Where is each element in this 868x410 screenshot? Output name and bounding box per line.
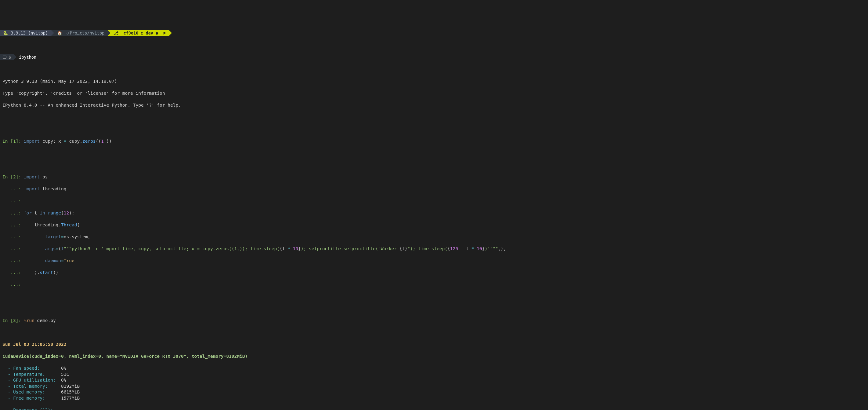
brace: { — [400, 246, 402, 251]
attr-key: Free memory: — [13, 396, 61, 401]
brace: { — [447, 246, 450, 251]
cont-prompt: ...: — [2, 258, 24, 263]
op-eq: = — [64, 139, 66, 144]
processes-label: Processes (13): — [13, 408, 53, 410]
python-env-text: 3.9.13 (nvitop) — [11, 31, 48, 35]
op-dot: . — [58, 223, 61, 227]
kw-target: target — [45, 234, 61, 239]
device-attr-row: - Total memory: 8192MiB — [2, 383, 866, 389]
code-text: threading — [40, 186, 66, 191]
cont-prompt: ...: — [2, 270, 24, 275]
fstring-prefix: f — [61, 246, 64, 251]
cont-prompt: ...: — [2, 223, 24, 227]
code-text: t — [466, 246, 471, 251]
git-branch-icon: ⎇ — [114, 31, 118, 35]
terminal-output[interactable]: Python 3.9.13 (main, May 17 2022, 14:19:… — [0, 72, 868, 410]
device-attr-row: - Free memory: 1577MiB — [2, 396, 866, 402]
status-bar: 🐍 3.9.13 (nvitop) 🏠 ~/Pro…cts/nvitop ⎇ c… — [0, 30, 868, 36]
attr-val: 0% — [61, 378, 66, 382]
in-prompt: In [3]: — [2, 318, 24, 323]
banner-line: Type 'copyright', 'credits' or 'license'… — [2, 90, 866, 96]
cwd-segment: 🏠 ~/Pro…cts/nvitop — [54, 30, 107, 36]
cont-prompt: ...: — [2, 282, 24, 287]
kw-in: in — [40, 210, 45, 215]
attr-key: Temperature: — [13, 372, 61, 377]
git-merge-icon: ⎌ — [141, 31, 143, 35]
shell-command[interactable]: ipython — [17, 54, 39, 60]
git-stash-icon: ⚑ — [163, 31, 166, 35]
ipython-cont-line: ...: for t in range(12): — [2, 210, 866, 216]
op-dot: . — [69, 234, 72, 239]
banner-line: IPython 8.4.0 -- An enhanced Interactive… — [2, 102, 866, 109]
attr-val: 8192MiB — [61, 384, 80, 389]
op-dot: . — [37, 270, 40, 275]
powerline-arrow-icon — [51, 30, 54, 36]
banner-line: Python 3.9.13 (main, May 17 2022, 14:19:… — [2, 79, 866, 85]
attr-val: 6615MiB — [61, 389, 80, 394]
powerline-arrow-icon — [13, 54, 17, 60]
op-star: * — [287, 246, 293, 251]
kw-import: import — [24, 174, 40, 179]
op-eq: = — [61, 258, 64, 263]
kw-args: args — [45, 246, 56, 251]
code-text: os — [40, 174, 48, 179]
shell-command-text: ipython — [19, 55, 36, 60]
ipython-cont-line: ...: — [2, 198, 866, 204]
code-text: threading — [24, 223, 59, 227]
num: 120 — [450, 246, 461, 251]
op-eq: = — [61, 234, 64, 239]
brace: } — [482, 246, 485, 251]
ipython-cell-2: In [2]: import os — [2, 174, 866, 180]
string: )'""" — [485, 246, 498, 251]
kw-import: import — [24, 139, 40, 144]
code-text: demo.py — [34, 318, 56, 323]
terminal-icon: 🖵 — [2, 54, 7, 60]
ipython-cont-line: ...: target=os.system, — [2, 234, 866, 240]
kw-daemon: daemon — [45, 258, 61, 263]
device-attr-row: - Temperature: 51C — [2, 372, 866, 378]
attr-key: Total memory: — [13, 384, 61, 389]
blank-line — [2, 150, 866, 156]
cont-prompt: ...: — [2, 198, 24, 203]
git-commit: cf9e10 — [124, 31, 138, 35]
brace: { — [280, 246, 282, 251]
brace: } — [405, 246, 407, 251]
cont-prompt: ...: — [2, 186, 24, 191]
ipython-cont-line: ...: threading.Thread( — [2, 222, 866, 228]
shell-prompt-bar: 🖵$ ipython — [0, 54, 868, 60]
op-star: * — [471, 246, 477, 251]
device-attr-row: - Fan speed: 0% — [2, 365, 866, 372]
string: """python3 -c 'import time, cupy, setpro… — [64, 246, 280, 251]
magic-run: run — [27, 318, 34, 323]
paren: (( — [96, 139, 101, 144]
git-branch: dev — [146, 31, 153, 35]
ipython-cont-line: ...: ).start() — [2, 270, 866, 276]
code-text: system, — [72, 234, 90, 239]
op-minus: - — [461, 246, 466, 251]
git-segment: ⎇ cf9e10 ⎌ dev ● ⚑ — [111, 30, 168, 36]
attr-key: Used memory: — [13, 389, 61, 394]
ipython-cont-line: ...: — [2, 282, 866, 288]
code-text: ) — [24, 270, 37, 275]
dollar-sign: $ — [8, 54, 11, 60]
code-text — [24, 234, 45, 239]
code-text: t — [32, 210, 40, 215]
kw-import: import — [24, 186, 40, 191]
paren: ( — [58, 246, 61, 251]
cont-prompt: ...: — [2, 210, 24, 215]
blank-line — [2, 294, 866, 300]
attr-val: 1577MiB — [61, 396, 80, 401]
attr-val: 0% — [61, 366, 66, 371]
code-text — [24, 258, 45, 263]
output-device: CudaDevice(cuda_index=0, nvml_index=0, n… — [2, 353, 866, 359]
ipython-cont-line: ...: args=(f"""python3 -c 'import time, … — [2, 246, 866, 252]
in-prompt: In [1]: — [2, 139, 24, 144]
blank-line — [2, 115, 866, 121]
brace: } — [298, 246, 301, 251]
paren: ,)) — [104, 139, 112, 144]
paren: ,), — [498, 246, 506, 251]
cont-prompt: ...: — [2, 246, 24, 251]
paren: ( — [61, 210, 64, 215]
paren: ): — [69, 210, 74, 215]
fn-range: range — [48, 210, 61, 215]
